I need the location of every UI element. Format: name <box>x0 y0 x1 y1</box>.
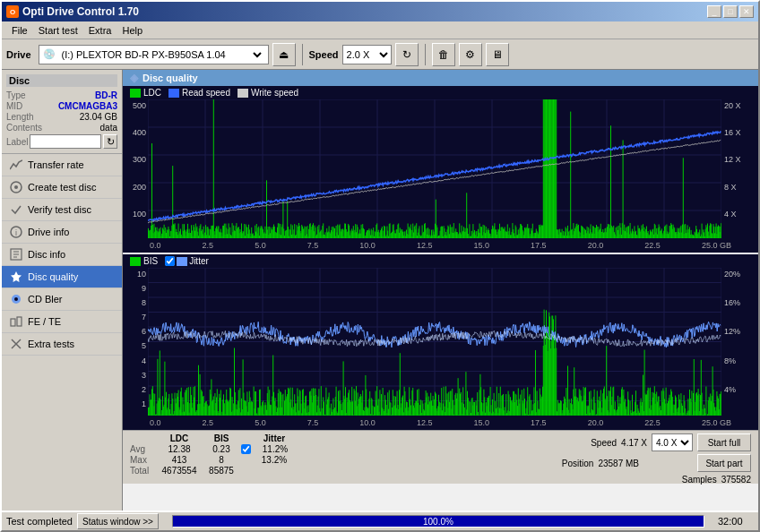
sidebar-item-drive-info[interactable]: i Drive info <box>2 221 122 244</box>
label-refresh-button[interactable]: ↻ <box>103 134 117 149</box>
stats-total-bis: 85875 <box>203 466 239 476</box>
maximize-button[interactable]: □ <box>723 5 738 18</box>
legend-jitter[interactable]: Jitter <box>165 256 209 266</box>
time-display: 32:00 <box>718 516 754 527</box>
svg-point-1 <box>14 185 18 189</box>
length-label: Length <box>6 112 34 122</box>
speed-select-stats[interactable]: 4.0 X 2.0 X 8.0 X <box>652 433 693 451</box>
menu-start-test[interactable]: Start test <box>33 24 83 37</box>
stats-col-jitter: Jitter <box>252 433 297 443</box>
sidebar-item-transfer-rate[interactable]: Transfer rate <box>2 154 122 176</box>
stats-bar: LDC BIS Jitter Avg 12.38 0.23 11.2% Max <box>123 430 758 484</box>
verify-test-disc-label: Verify test disc <box>28 204 91 215</box>
jitter-stats-checkbox[interactable] <box>241 444 251 454</box>
disc-info-icon <box>9 247 23 262</box>
svg-point-10 <box>14 297 18 301</box>
menu-file[interactable]: File <box>6 24 33 37</box>
right-content: ◈ Disc quality LDC Read speed <box>123 70 758 511</box>
write-speed-legend-label: Write speed <box>251 88 298 98</box>
bis-legend-box <box>130 257 141 266</box>
transfer-rate-label: Transfer rate <box>28 159 84 170</box>
main-window: O Opti Drive Control 1.70 _ □ ✕ File Sta… <box>0 0 760 532</box>
position-row: Position 23587 MB Start part <box>562 454 751 472</box>
sidebar-item-disc-quality[interactable]: Disc quality <box>2 266 122 288</box>
legend-bis: BIS <box>130 256 158 266</box>
extra-tests-icon <box>9 337 23 351</box>
close-button[interactable]: ✕ <box>739 5 754 18</box>
status-window-button[interactable]: Status window >> <box>77 513 159 529</box>
chart-1-legend: LDC Read speed Write speed <box>123 86 758 99</box>
chart-2-y-right: 20% 16% 12% 8% 4% <box>722 268 758 416</box>
disc-quality-label: Disc quality <box>28 271 78 282</box>
jitter-checkbox[interactable] <box>165 256 175 266</box>
drive-info-icon: i <box>9 225 23 239</box>
monitor-button[interactable]: 🖥 <box>486 43 509 66</box>
chart-1-y-axis: 500 400 300 200 100 <box>123 99 148 238</box>
chart-1-y-right: 20 X 16 X 12 X 8 X 4 X <box>722 99 758 238</box>
ldc-legend-label: LDC <box>143 88 161 98</box>
title-bar: O Opti Drive Control 1.70 _ □ ✕ <box>2 2 758 21</box>
drive-dropdown[interactable]: (I:) PLEXTOR BD-R PX-B950SA 1.04 <box>58 46 264 64</box>
stats-total-label: Total <box>130 466 155 476</box>
progress-text: 100.0% <box>173 516 704 527</box>
chart-2-legend: BIS Jitter <box>123 254 758 268</box>
chart-1-x-labels: 0.0 2.5 5.0 7.5 10.0 12.5 15.0 17.5 20.0… <box>123 238 758 253</box>
status-text: Test completed <box>6 516 73 527</box>
disc-contents-row: Contents data <box>6 123 117 133</box>
transfer-rate-icon <box>9 158 23 172</box>
stats-max-ldc: 413 <box>157 455 202 465</box>
erase-button[interactable]: 🗑 <box>432 43 455 66</box>
eject-button[interactable]: ⏏ <box>272 43 296 66</box>
read-speed-legend-label: Read speed <box>182 88 230 98</box>
read-speed-legend-box <box>168 89 179 98</box>
menu-help[interactable]: Help <box>117 24 148 37</box>
chart-2-container: BIS Jitter 10 9 8 7 6 5 <box>123 254 758 430</box>
fe-te-icon <box>9 314 23 329</box>
sidebar-item-fe-te[interactable]: FE / TE <box>2 311 122 333</box>
menu-bar: File Start test Extra Help <box>2 21 758 39</box>
create-test-disc-icon <box>9 180 23 194</box>
bottom-bar: Test completed Status window >> 100.0% 3… <box>2 511 758 530</box>
verify-test-disc-icon <box>9 202 23 217</box>
sidebar-item-create-test-disc[interactable]: Create test disc <box>2 176 122 199</box>
speed-select[interactable]: 2.0 X 4.0 X 8.0 X <box>342 45 392 64</box>
sidebar-item-extra-tests[interactable]: Extra tests <box>2 333 122 356</box>
chart-1-main <box>148 99 722 238</box>
disc-length-row: Length 23.04 GB <box>6 112 117 122</box>
sidebar-item-disc-info[interactable]: Disc info <box>2 244 122 266</box>
menu-extra[interactable]: Extra <box>83 24 117 37</box>
svg-rect-11 <box>11 319 15 326</box>
minimize-button[interactable]: _ <box>707 5 721 18</box>
progress-bar-container: 100.0% <box>172 515 704 528</box>
sidebar-item-cd-bler[interactable]: CD Bler <box>2 288 122 311</box>
start-part-button[interactable]: Start part <box>697 454 751 472</box>
sidebar-item-verify-test-disc[interactable]: Verify test disc <box>2 199 122 221</box>
stats-avg-ldc: 12.38 <box>157 444 202 454</box>
fe-te-label: FE / TE <box>28 316 61 327</box>
stats-max-row: Max 413 8 13.2% <box>130 455 298 465</box>
disc-type-row: Type BD-R <box>6 90 117 100</box>
stats-total-row: Total 4673554 85875 <box>130 466 298 476</box>
speed-row: Speed 4.17 X 4.0 X 2.0 X 8.0 X Start ful… <box>591 433 751 451</box>
toolbar-separator-1 <box>302 44 303 65</box>
legend-read-speed: Read speed <box>168 88 230 98</box>
ldc-legend-box <box>130 89 141 98</box>
start-full-button[interactable]: Start full <box>697 433 751 451</box>
chart-1-wrapper: 500 400 300 200 100 20 X 16 X 12 X <box>123 99 758 238</box>
label-label: Label <box>6 137 28 147</box>
main-area: Disc Type BD-R MID CMCMAGBA3 Length 23.0… <box>2 70 758 511</box>
toolbar: Drive 💿 (I:) PLEXTOR BD-R PX-B950SA 1.04… <box>2 39 758 70</box>
chart-2-wrapper: 10 9 8 7 6 5 4 3 2 1 <box>123 268 758 416</box>
label-input[interactable] <box>30 134 101 149</box>
stats-headers: LDC BIS Jitter <box>130 433 298 443</box>
refresh-button[interactable]: ↻ <box>395 43 419 66</box>
settings-button[interactable]: ⚙ <box>459 43 482 66</box>
svg-text:i: i <box>15 228 17 237</box>
speed-label: Speed <box>591 438 617 448</box>
stats-avg-label: Avg <box>130 444 155 454</box>
left-panel: Disc Type BD-R MID CMCMAGBA3 Length 23.0… <box>2 70 123 511</box>
samples-label: Samples <box>682 475 717 485</box>
speed-label: Speed <box>309 49 339 60</box>
write-speed-legend-box <box>238 89 248 98</box>
disc-mid-row: MID CMCMAGBA3 <box>6 101 117 111</box>
